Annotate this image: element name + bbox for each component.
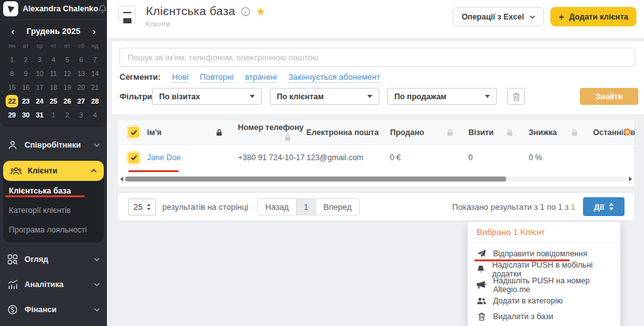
column-header[interactable]: Візити bbox=[469, 120, 529, 144]
dropdown-item[interactable]: Надішліть PUSH на номер Altegio.me bbox=[468, 277, 620, 293]
search-input[interactable] bbox=[119, 48, 635, 67]
segment-link[interactable]: втрачені bbox=[245, 72, 277, 83]
calendar-day[interactable]: 29 bbox=[5, 108, 19, 122]
column-header[interactable]: Електронна пошта bbox=[306, 120, 390, 144]
calendar-day[interactable]: 4 bbox=[47, 53, 60, 67]
calendar-day[interactable]: 20 bbox=[74, 80, 88, 94]
row-select-cell[interactable] bbox=[118, 153, 147, 163]
select-all-checkbox[interactable] bbox=[128, 127, 139, 138]
next-page-button[interactable]: Вперед bbox=[315, 199, 359, 215]
calendar-day[interactable]: 8 bbox=[5, 67, 19, 80]
calendar-prev-icon[interactable]: ‹ bbox=[11, 26, 14, 36]
calendar-next-icon[interactable]: › bbox=[92, 26, 96, 36]
dropdown-item[interactable]: Додати в категорію bbox=[468, 293, 620, 308]
find-button[interactable]: Знайти bbox=[580, 88, 638, 105]
page-size-select[interactable]: 25 bbox=[128, 198, 156, 215]
dropdown-item[interactable]: Видалити з бази bbox=[468, 308, 620, 324]
calendar-day[interactable]: 4 bbox=[88, 108, 102, 122]
column-header[interactable]: Знижка bbox=[528, 120, 593, 144]
add-client-label: Додати клієнта bbox=[569, 13, 628, 21]
calendar-day[interactable]: 12 bbox=[60, 67, 74, 80]
info-icon[interactable] bbox=[241, 7, 250, 16]
plus-icon: + bbox=[558, 11, 564, 22]
menu-button[interactable] bbox=[118, 6, 136, 24]
calendar-day[interactable]: 17 bbox=[33, 80, 47, 94]
weekday-label: сб bbox=[74, 40, 88, 53]
calendar-day[interactable]: 19 bbox=[60, 80, 74, 94]
calendar-day[interactable]: 18 bbox=[47, 80, 60, 94]
calendar-day[interactable]: 15 bbox=[5, 80, 19, 94]
calendar-day[interactable]: 31 bbox=[33, 108, 47, 122]
calendar-day[interactable]: 16 bbox=[19, 80, 33, 94]
segment-link[interactable]: Нові bbox=[172, 72, 188, 83]
calendar-day[interactable]: 2 bbox=[60, 108, 74, 122]
table-settings-gear-icon[interactable] bbox=[623, 128, 632, 137]
table-row[interactable]: Jane Doe+380 91 724-10-17123@gmail.com0 … bbox=[118, 145, 635, 170]
prev-page-button[interactable]: Назад bbox=[258, 199, 296, 215]
scrollbar-track[interactable] bbox=[125, 177, 627, 182]
calendar-day[interactable]: 25 bbox=[47, 94, 60, 108]
sidebar-item-label: Огляд bbox=[25, 255, 48, 264]
dropdown-item-label: Відправити повідомлення bbox=[493, 249, 587, 258]
segment-link[interactable]: Закінчується абонемент bbox=[288, 72, 380, 83]
calendar-day[interactable]: 13 bbox=[74, 67, 88, 80]
favorite-star-icon[interactable]: ★ bbox=[256, 6, 265, 17]
actions-dropdown: Вибрано 1 Клієнт Відправити повідомлення… bbox=[467, 221, 621, 326]
calendar-day[interactable]: 3 bbox=[33, 53, 47, 67]
calendar-day[interactable]: 3 bbox=[74, 108, 88, 122]
excel-operations-button[interactable]: Операції з Excel bbox=[453, 7, 544, 26]
scrollbar-thumb[interactable] bbox=[125, 177, 506, 182]
filter-select[interactable]: По продажам bbox=[387, 88, 497, 105]
calendar-day[interactable]: 21 bbox=[88, 80, 102, 94]
calendar-day[interactable]: 28 bbox=[88, 94, 102, 108]
calendar-day[interactable]: 23 bbox=[19, 94, 33, 108]
calendar-day[interactable]: 24 bbox=[33, 94, 47, 108]
sidebar-item-finance[interactable]: Фінанси bbox=[7, 300, 100, 319]
column-header[interactable]: Номер телефону bbox=[238, 120, 306, 144]
submenu-item[interactable]: Клієнтська база bbox=[3, 181, 104, 200]
add-client-button[interactable]: + Додати клієнта bbox=[550, 7, 636, 26]
sidebar-item-employees[interactable]: Співробітники bbox=[7, 136, 100, 155]
calendar-day[interactable]: 30 bbox=[19, 108, 33, 122]
sidebar-item-analytics[interactable]: Аналітика bbox=[7, 275, 100, 294]
user-menu[interactable]: Alexandra Chalenko bbox=[0, 0, 107, 20]
calendar-day[interactable]: 11 bbox=[47, 67, 60, 80]
calendar-day[interactable]: 5 bbox=[60, 53, 74, 67]
actions-button[interactable]: Дії bbox=[583, 197, 625, 216]
filter-select[interactable]: По клієнтам bbox=[270, 88, 379, 105]
horizontal-scrollbar[interactable] bbox=[120, 175, 632, 183]
calendar-day[interactable]: 10 bbox=[33, 67, 47, 80]
calendar-day-selected[interactable]: 22 bbox=[5, 94, 19, 108]
scroll-left-icon[interactable] bbox=[120, 177, 123, 182]
calendar-day[interactable]: 6 bbox=[74, 53, 88, 67]
calendar-day[interactable]: 1 bbox=[47, 108, 60, 122]
calendar-day[interactable]: 14 bbox=[88, 67, 102, 80]
dropdown-item[interactable]: Надіслати PUSH в мобільні додатки bbox=[468, 261, 620, 277]
filter-select[interactable]: По візитах bbox=[152, 88, 262, 105]
calendar-day[interactable]: 27 bbox=[74, 94, 88, 108]
row-checkbox[interactable] bbox=[128, 153, 139, 163]
column-header[interactable]: Продано bbox=[390, 120, 469, 144]
notifications-bell-icon[interactable] bbox=[98, 4, 107, 14]
segment-link[interactable]: Повторні bbox=[200, 72, 234, 83]
filter-select-value: По візитах bbox=[159, 92, 200, 101]
calendar-day[interactable]: 26 bbox=[60, 94, 74, 108]
sidebar: Alexandra Chalenko ‹ Грудень 2025 › пнвт… bbox=[0, 0, 107, 326]
sidebar-item-clients[interactable]: Клієнти bbox=[3, 161, 104, 181]
client-name-link[interactable]: Jane Doe bbox=[147, 153, 238, 162]
current-page[interactable]: 1 bbox=[296, 199, 315, 215]
column-header[interactable]: Ім'я bbox=[147, 120, 238, 144]
calendar-day[interactable]: 1 bbox=[5, 53, 19, 67]
calendar-day[interactable]: 9 bbox=[19, 67, 33, 80]
calendar-day[interactable]: 2 bbox=[19, 53, 33, 67]
dropdown-item[interactable]: Відправити повідомлення bbox=[468, 246, 620, 261]
check-icon bbox=[131, 130, 137, 135]
sidebar-item-label: Аналітика bbox=[25, 280, 64, 289]
sidebar-item-overview[interactable]: Огляд bbox=[7, 250, 100, 269]
submenu-item[interactable]: Категорії клієнтів bbox=[3, 200, 104, 220]
calendar-day[interactable]: 7 bbox=[88, 53, 102, 67]
finance-icon bbox=[7, 305, 18, 315]
scroll-right-icon[interactable] bbox=[629, 177, 632, 182]
submenu-item[interactable]: Програма лояльності bbox=[3, 220, 104, 239]
clear-filters-button[interactable] bbox=[508, 88, 525, 105]
